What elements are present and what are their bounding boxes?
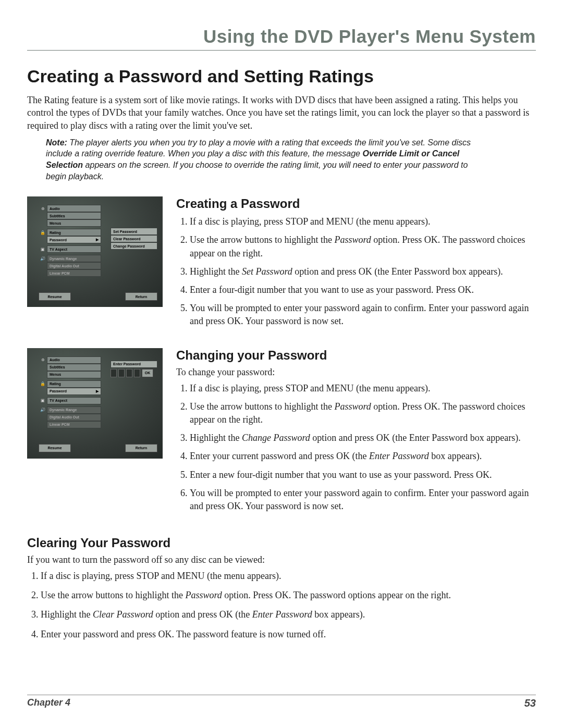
pw-slot xyxy=(118,369,125,377)
lock-icon: 🔒 xyxy=(39,229,47,236)
menu-item: Audio xyxy=(47,205,101,212)
ok-button: OK xyxy=(142,369,153,377)
step: Highlight the Change Password option and… xyxy=(190,431,536,445)
menu-item: Digital Audio Out xyxy=(47,262,101,269)
step: Enter your password and press OK. The pa… xyxy=(41,628,536,641)
step: Use the arrow buttons to highlight the P… xyxy=(190,233,536,260)
clearing-intro: If you want to turn the password off so … xyxy=(27,554,536,565)
dvd-screenshot-set-password: ⊕Audio Subtitles Menus 🔒Rating Password▶… xyxy=(27,196,163,333)
menu-item: TV Aspect xyxy=(47,245,101,253)
submenu-option: Change Password xyxy=(111,242,157,250)
step: Enter a four-digit number that you want … xyxy=(190,283,536,297)
menu-item: Audio xyxy=(47,356,101,364)
submenu-option: Clear Password xyxy=(111,235,157,242)
pw-slot xyxy=(134,369,140,377)
running-header: Using the DVD Player's Menu System xyxy=(27,26,536,51)
menu-item: Menus xyxy=(47,219,101,227)
menu-item: Rating xyxy=(47,229,101,236)
steps-changing: If a disc is playing, press STOP and MEN… xyxy=(176,382,536,513)
subheading-creating: Creating a Password xyxy=(176,196,536,211)
step: Highlight the Clear Password option and … xyxy=(41,608,536,621)
enter-password-box: OK xyxy=(111,369,157,377)
step: You will be prompted to enter your passw… xyxy=(190,487,536,513)
return-button: Return xyxy=(125,444,157,452)
steps-creating: If a disc is playing, press STOP and MEN… xyxy=(176,215,536,328)
step: Enter a new four-digit number that you w… xyxy=(190,468,536,482)
menu-item: Subtitles xyxy=(47,212,101,219)
globe-icon: ⊕ xyxy=(39,356,47,364)
submenu-option: Set Password xyxy=(111,228,157,235)
step: If a disc is playing, press STOP and MEN… xyxy=(41,570,536,583)
step: Use the arrow buttons to highlight the P… xyxy=(41,589,536,602)
menu-item: Linear PCM xyxy=(47,269,101,277)
page-footer: Chapter 4 53 xyxy=(27,695,536,709)
resume-button: Resume xyxy=(39,444,71,452)
step: If a disc is playing, press STOP and MEN… xyxy=(190,382,536,395)
resume-button: Resume xyxy=(39,292,71,301)
step: You will be prompted to enter your passw… xyxy=(190,302,536,328)
lock-icon: 🔒 xyxy=(39,380,47,388)
dvd-screenshot-enter-password: ⊕Audio Subtitles Menus 🔒Rating Password▶… xyxy=(27,348,163,519)
steps-clearing: If a disc is playing, press STOP and MEN… xyxy=(27,570,536,641)
menu-item: Dynamic Range xyxy=(47,255,101,262)
speaker-icon: 🔊 xyxy=(39,406,47,414)
step: If a disc is playing, press STOP and MEN… xyxy=(190,215,536,228)
manual-page: Using the DVD Player's Menu System Creat… xyxy=(0,0,563,728)
note-text-2: appears on the screen. If you choose to … xyxy=(46,161,468,181)
subheading-clearing: Clearing Your Password xyxy=(27,536,536,550)
menu-item-password-selected: Password▶ xyxy=(47,236,101,243)
step: Use the arrow buttons to highlight the P… xyxy=(190,400,536,426)
tv-icon: ▣ xyxy=(39,397,47,404)
menu-item: Rating xyxy=(47,380,101,388)
menu-item-password-selected: Password▶ xyxy=(47,388,101,395)
menu-item: Dynamic Range xyxy=(47,406,101,414)
menu-item: TV Aspect xyxy=(47,397,101,404)
section-changing-password: ⊕Audio Subtitles Menus 🔒Rating Password▶… xyxy=(27,348,536,519)
menu-item: Digital Audio Out xyxy=(47,414,101,421)
intro-paragraph: The Rating feature is a system sort of l… xyxy=(27,94,536,132)
note-block: Note: The player alerts you when you try… xyxy=(46,137,484,182)
step: Enter your current password and press OK… xyxy=(190,450,536,463)
speaker-icon: 🔊 xyxy=(39,255,47,262)
page-number: 53 xyxy=(524,697,536,709)
return-button: Return xyxy=(125,292,157,301)
section-creating-password: ⊕Audio Subtitles Menus 🔒Rating Password▶… xyxy=(27,196,536,333)
section-clearing-password: Clearing Your Password If you want to tu… xyxy=(27,536,536,641)
menu-item: Linear PCM xyxy=(47,421,101,428)
menu-item: Menus xyxy=(47,371,101,378)
globe-icon: ⊕ xyxy=(39,205,47,212)
note-label: Note: xyxy=(46,138,67,147)
menu-item: Subtitles xyxy=(47,364,101,371)
subheading-changing: Changing your Password xyxy=(176,348,536,363)
tv-icon: ▣ xyxy=(39,245,47,253)
pw-slot xyxy=(126,369,132,377)
page-title: Creating a Password and Setting Ratings xyxy=(27,66,536,87)
step: Highlight the Set Password option and pr… xyxy=(190,265,536,278)
pw-slot xyxy=(111,369,117,377)
enter-password-label: Enter Password xyxy=(111,361,157,368)
changing-intro: To change your password: xyxy=(176,367,536,378)
chapter-label: Chapter 4 xyxy=(27,697,70,708)
